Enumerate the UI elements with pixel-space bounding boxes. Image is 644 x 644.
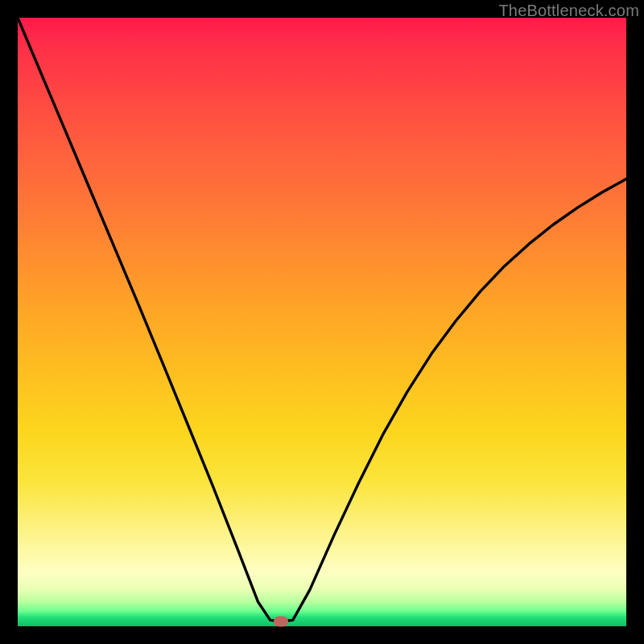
chart-plot-area: [18, 18, 626, 626]
chart-frame: TheBottleneck.com: [0, 0, 644, 644]
bottleneck-curve: [18, 18, 626, 626]
watermark-text: TheBottleneck.com: [498, 2, 639, 20]
optimal-point-marker: [274, 616, 288, 626]
